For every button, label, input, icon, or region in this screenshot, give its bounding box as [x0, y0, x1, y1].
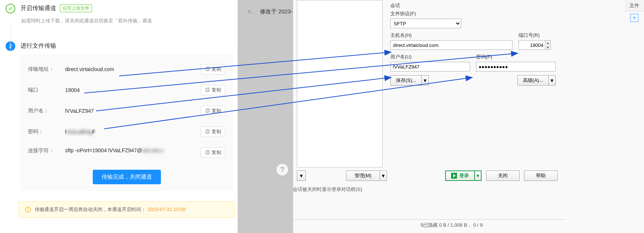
port-down-button[interactable]: ▼ — [545, 45, 551, 50]
session-list-box[interactable] — [297, 0, 383, 167]
step-connector-line — [10, 22, 11, 56]
protocol-select[interactable]: SFTP — [390, 19, 461, 28]
protocol-label: 文件协议(F) — [390, 10, 556, 17]
pwd-value: lnXuLaBmgF — [65, 129, 201, 135]
copy-addr-button[interactable]: 复制 — [201, 64, 225, 74]
password-label: 密码(P) — [476, 54, 556, 60]
copy-port-button[interactable]: 复制 — [201, 85, 225, 95]
check-icon — [8, 6, 13, 11]
port-label: 端口号(R) — [518, 32, 556, 39]
copy-conn-button[interactable]: 复制 — [201, 147, 225, 158]
status-bar: 5已隐藏 0 B / 1,006 B， 0 / 9 — [293, 219, 565, 229]
manage-dropdown-button[interactable]: ▼ — [380, 170, 387, 181]
copy-pwd-button[interactable]: 复制 — [201, 127, 225, 137]
right-edge-panel: 文件 + — [625, 0, 644, 37]
svg-point-12 — [28, 211, 28, 211]
warning-box: 传输通道开启一周后将自动关闭，本通道开启时间： 2023-07-31 15:50 — [19, 201, 235, 218]
connection-info-box: 传输地址： direct.virtaicloud.com 复制 端口 19004… — [20, 54, 233, 191]
warning-time: 2023-07-31 15:50 — [147, 207, 186, 212]
step-2-row: 2 进行文件传输 传输地址： direct.virtaicloud.com 复制… — [0, 38, 238, 195]
copy-icon — [205, 129, 210, 134]
copy-label: 复制 — [212, 108, 221, 114]
step-1-hint: 如需同时上传下载，请关闭此通道后切换至「双向传输」通道 — [20, 17, 233, 24]
port-label: 端口 — [28, 87, 65, 93]
step-2-title: 进行文件传输 — [20, 42, 56, 50]
addr-value: direct.virtaicloud.com — [65, 66, 201, 72]
host-input[interactable] — [390, 40, 513, 50]
upload-only-tag: 仅可上传文件 — [60, 4, 92, 12]
port-value: 19004 — [65, 87, 201, 93]
username-input[interactable] — [390, 62, 470, 71]
session-group-label: 会话 — [390, 2, 559, 9]
add-tab-button[interactable]: + — [630, 14, 638, 22]
login-icon — [451, 173, 457, 179]
modal-overlay — [238, 0, 294, 233]
copy-label: 复制 — [212, 87, 221, 93]
copy-label: 复制 — [212, 66, 221, 73]
conn-label: 连接字符： — [28, 147, 65, 154]
port-up-button[interactable]: ▲ — [545, 41, 551, 45]
tools-dropdown-button[interactable]: ▼ — [297, 170, 306, 181]
save-button[interactable]: 保存(S)... — [390, 75, 421, 86]
copy-icon — [205, 108, 210, 114]
help-button[interactable]: ? — [276, 164, 288, 176]
copy-icon — [205, 87, 210, 93]
left-panel: 开启传输通道 仅可上传文件 如需同时上传下载，请关闭此通道后切换至「双向传输」通… — [0, 0, 238, 233]
login-dropdown-button[interactable]: ▼ — [474, 170, 482, 181]
advanced-button[interactable]: 高级(A)... — [517, 75, 548, 86]
step-1-badge — [6, 4, 15, 13]
warning-icon — [25, 207, 31, 213]
show-login-checkbox-row[interactable]: 会话被关闭时显示登录对话框(S) — [293, 186, 362, 193]
username-label: 用户名(U) — [390, 54, 470, 60]
copy-label: 复制 — [212, 149, 221, 156]
checkbox-label: 会话被关闭时显示登录对话框(S) — [293, 186, 362, 192]
copy-user-button[interactable]: 复制 — [201, 106, 225, 116]
manage-button[interactable]: 管理(M) — [346, 170, 380, 181]
warning-text: 传输通道开启一周后将自动关闭，本通道开启时间： — [35, 207, 146, 212]
save-dropdown-button[interactable]: ▼ — [421, 75, 429, 86]
advanced-dropdown-button[interactable]: ▼ — [548, 75, 556, 86]
addr-label: 传输地址： — [28, 66, 65, 73]
login-button[interactable]: 登录 — [445, 170, 474, 181]
close-dialog-button[interactable]: 关闭 — [486, 170, 520, 181]
login-label: 登录 — [459, 172, 469, 179]
copy-icon — [205, 67, 210, 72]
user-label: 用户名： — [28, 108, 65, 114]
file-tab[interactable]: 文件 — [625, 0, 644, 12]
password-input[interactable] — [476, 62, 556, 71]
dialog-button-row: ▼ 管理(M) ▼ 登录 ▼ 关闭 帮助 — [297, 170, 558, 181]
session-form: 会话 文件协议(F) SFTP 主机名(H) 端口号(R) ▲▼ 用户名(U) … — [387, 0, 559, 86]
help-dialog-button[interactable]: 帮助 — [524, 170, 558, 181]
copy-icon — [205, 150, 210, 155]
pwd-label: 密码： — [28, 128, 65, 135]
close-channel-button[interactable]: 传输完成，关闭通道 — [93, 170, 161, 184]
step-1-title: 开启传输通道 — [20, 4, 56, 12]
step-1-row: 开启传输通道 仅可上传文件 如需同时上传下载，请关闭此通道后切换至「双向传输」通… — [0, 0, 238, 28]
conn-value: sftp -oPort=19004 lVVaLFZ947@xxx.xxx.x — [65, 147, 201, 153]
host-label: 主机名(H) — [390, 32, 513, 39]
copy-label: 复制 — [212, 128, 221, 135]
port-input[interactable] — [518, 40, 545, 50]
user-value: lVVaLFZ947 — [65, 108, 201, 114]
